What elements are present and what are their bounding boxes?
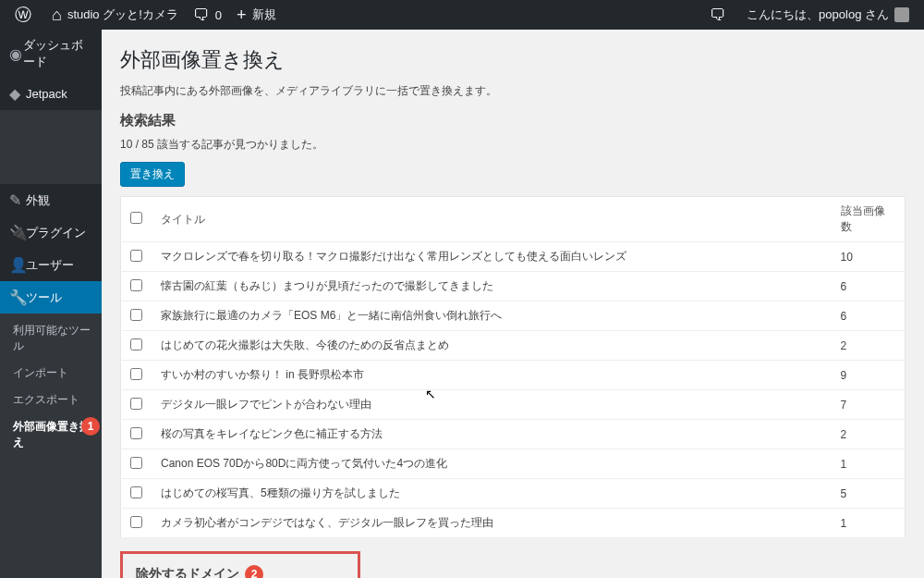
table-row: はじめての花火撮影は大失敗、今後のための反省点まとめ2 — [121, 331, 906, 361]
table-row: はじめての桜写真、5種類の撮り方を試しました5 — [121, 479, 906, 509]
greeting-text: こんにちは、popolog さん — [747, 6, 889, 23]
menu-users[interactable]: 👤ユーザー — [0, 249, 102, 281]
row-checkbox[interactable] — [130, 457, 142, 469]
site-name: studio グッと!カメラ — [67, 6, 178, 23]
user-icon: 👤 — [9, 256, 26, 274]
menu-label: プラグイン — [26, 225, 86, 241]
table-row: Canon EOS 70Dから80Dに両方使って気付いた4つの進化1 — [121, 449, 906, 479]
row-title[interactable]: 桜の写真をキレイなピンク色に補正する方法 — [152, 420, 832, 449]
exclude-heading-text: 除外するドメイン — [136, 566, 239, 578]
col-title[interactable]: タイトル — [152, 197, 832, 242]
table-row: デジタル一眼レフでピントが合わない理由7 — [121, 390, 906, 420]
comments-link[interactable]: 🗨0 — [186, 0, 229, 30]
row-count: 6 — [832, 301, 906, 331]
tools-submenu: 利用可能なツール インポート エクスポート 外部画像置き換え 1 — [0, 314, 102, 460]
comments-count: 0 — [215, 8, 222, 22]
table-row: 懐古園の紅葉（もみじ）まつりが見頃だったので撮影してきました6 — [121, 272, 906, 301]
avatar — [894, 7, 909, 22]
main-content: 外部画像置き換え 投稿記事内にある外部画像を、メディアライブラリに一括で置き換え… — [102, 30, 924, 578]
submenu-available-tools[interactable]: 利用可能なツール — [0, 317, 102, 360]
menu-tools[interactable]: 🔧ツール — [0, 281, 102, 314]
results-heading: 検索結果 — [120, 112, 906, 129]
row-count: 6 — [832, 272, 906, 301]
row-count: 7 — [832, 390, 906, 420]
dashboard-icon: ◉ — [9, 45, 23, 63]
row-checkbox[interactable] — [130, 309, 142, 321]
page-description: 投稿記事内にある外部画像を、メディアライブラリに一括で置き換えます。 — [120, 83, 906, 99]
notifications[interactable]: 🗨 — [702, 0, 739, 30]
results-count: 10 / 85 該当する記事が見つかりました。 — [120, 137, 906, 153]
row-count: 1 — [832, 449, 906, 479]
table-row: 桜の写真をキレイなピンク色に補正する方法2 — [121, 420, 906, 449]
blank-section — [0, 110, 102, 184]
menu-appearance[interactable]: ✎外観 — [0, 184, 102, 216]
wp-logo[interactable]: ⓦ — [7, 0, 44, 30]
row-count: 2 — [832, 331, 906, 361]
plugin-icon: 🔌 — [9, 224, 26, 241]
row-checkbox[interactable] — [130, 338, 142, 350]
new-label: 新規 — [252, 6, 276, 23]
exclude-heading: 除外するドメイン 2 — [136, 565, 345, 578]
row-title[interactable]: 懐古園の紅葉（もみじ）まつりが見頃だったので撮影してきました — [152, 272, 832, 301]
menu-dashboard[interactable]: ◉ダッシュボード — [0, 30, 102, 78]
row-title[interactable]: すいか村のすいか祭り！ in 長野県松本市 — [152, 361, 832, 390]
exclude-domain-box: 除外するドメイン 2 一行ずつ入力し、置き換えを実行する前に保存してください。 … — [120, 551, 360, 578]
results-table: タイトル 該当画像数 マクロレンズで春を切り取る！マクロ撮影だけ出なく常用レンズ… — [120, 196, 906, 538]
row-count: 2 — [832, 420, 906, 449]
jetpack-icon: ◆ — [9, 85, 26, 103]
row-checkbox[interactable] — [130, 398, 142, 410]
table-row: 家族旅行に最適のカメラ「EOS M6」と一緒に南信州食い倒れ旅行へ6 — [121, 301, 906, 331]
home-icon: ⌂ — [52, 6, 62, 23]
menu-label: ユーザー — [26, 257, 74, 274]
menu-label: ダッシュボード — [23, 37, 92, 70]
row-checkbox[interactable] — [130, 368, 142, 380]
row-title[interactable]: はじめての花火撮影は大失敗、今後のための反省点まとめ — [152, 331, 832, 361]
select-all-cell — [121, 197, 152, 242]
speech-icon: 🗨 — [710, 6, 726, 23]
row-count: 5 — [832, 479, 906, 509]
col-count[interactable]: 該当画像数 — [832, 197, 906, 242]
row-checkbox[interactable] — [130, 516, 142, 528]
page-title: 外部画像置き換え — [120, 39, 906, 78]
row-title[interactable]: はじめての桜写真、5種類の撮り方を試しました — [152, 479, 832, 509]
table-row: マクロレンズで春を切り取る！マクロ撮影だけ出なく常用レンズとしても使える面白いレ… — [121, 242, 906, 272]
wrench-icon: 🔧 — [9, 289, 26, 306]
row-checkbox[interactable] — [130, 250, 142, 262]
menu-label: 外観 — [26, 192, 50, 209]
menu-jetpack[interactable]: ◆Jetpack — [0, 78, 102, 110]
row-checkbox[interactable] — [130, 486, 142, 498]
wordpress-icon: ⓦ — [15, 6, 31, 23]
site-link[interactable]: ⌂studio グッと!カメラ — [44, 0, 186, 30]
plus-icon: + — [237, 6, 247, 23]
row-title[interactable]: マクロレンズで春を切り取る！マクロ撮影だけ出なく常用レンズとしても使える面白いレ… — [152, 242, 832, 272]
menu-label: ツール — [26, 289, 62, 306]
table-row: カメラ初心者がコンデジではなく、デジタル一眼レフを買った理由1 — [121, 509, 906, 538]
menu-plugins[interactable]: 🔌プラグイン — [0, 216, 102, 249]
replace-button[interactable]: 置き換え — [120, 162, 185, 187]
row-title[interactable]: Canon EOS 70Dから80Dに両方使って気付いた4つの進化 — [152, 449, 832, 479]
row-title[interactable]: 家族旅行に最適のカメラ「EOS M6」と一緒に南信州食い倒れ旅行へ — [152, 301, 832, 331]
callout-2: 2 — [245, 565, 263, 578]
submenu-export[interactable]: エクスポート — [0, 387, 102, 413]
submenu-import[interactable]: インポート — [0, 360, 102, 387]
table-row: すいか村のすいか祭り！ in 長野県松本市9 — [121, 361, 906, 390]
select-all-checkbox[interactable] — [130, 212, 142, 224]
blank-section — [0, 460, 102, 578]
admin-sidebar: ◉ダッシュボード ◆Jetpack ✎外観 🔌プラグイン 👤ユーザー 🔧ツール … — [0, 30, 102, 578]
callout-1: 1 — [81, 417, 100, 436]
row-checkbox[interactable] — [130, 427, 142, 439]
row-title[interactable]: デジタル一眼レフでピントが合わない理由 — [152, 390, 832, 420]
row-count: 1 — [832, 509, 906, 538]
row-checkbox[interactable] — [130, 279, 142, 291]
new-content[interactable]: +新規 — [229, 0, 284, 30]
menu-label: Jetpack — [26, 87, 67, 101]
row-title[interactable]: カメラ初心者がコンデジではなく、デジタル一眼レフを買った理由 — [152, 509, 832, 538]
row-count: 9 — [832, 361, 906, 390]
brush-icon: ✎ — [9, 191, 26, 209]
admin-toolbar: ⓦ ⌂studio グッと!カメラ 🗨0 +新規 🗨 こんにちは、popolog… — [0, 0, 924, 30]
comment-icon: 🗨 — [193, 6, 210, 23]
row-count: 10 — [832, 242, 906, 272]
account-menu[interactable]: こんにちは、popolog さん — [739, 0, 917, 30]
